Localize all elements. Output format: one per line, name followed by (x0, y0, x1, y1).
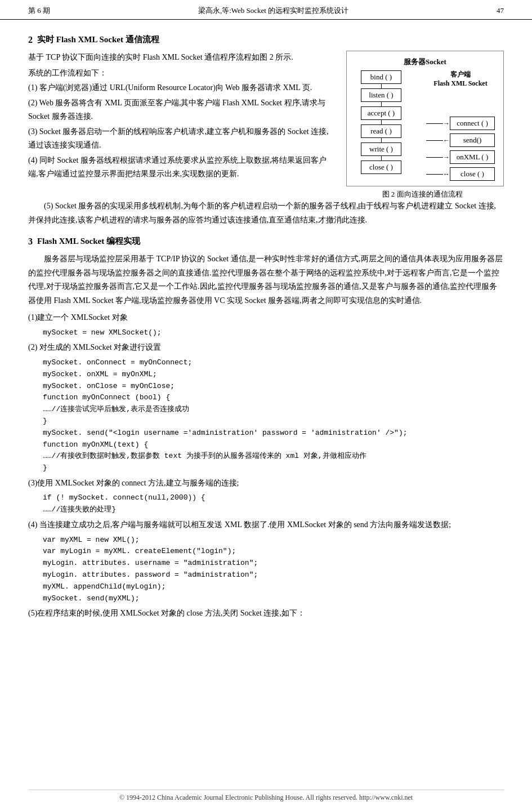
code1-content: mySocket = new XMLSocket(); (43, 327, 504, 339)
flow-accept: accept ( ) (361, 106, 401, 120)
footer-text: © 1994-2012 China Academic Journal Elect… (119, 794, 413, 801)
code4-line-4: myXML. appendChild(myLogin); (43, 581, 504, 593)
code4-line-5: mySocket. send(myXML); (43, 593, 504, 605)
flow-send-row: ← send() (426, 133, 495, 147)
section-3: 3 Flash XML Socket 编程实现 服务器层与现场监控层采用基于 T… (28, 236, 504, 621)
section-3-title: 3 Flash XML Socket 编程实现 (28, 236, 504, 247)
section-2-number: 2 (28, 35, 33, 45)
code3-line-1: ……//连接失败的处理} (43, 504, 504, 516)
flow-write: write ( ) (361, 142, 401, 156)
section-2: 2 实时 Flash XML Socket 通信流程 基于 TCP 协议下面向连… (28, 34, 504, 227)
flow-listen: listen ( ) (361, 88, 401, 102)
code4-block: var myXML = new XML(); var myLogin = myX… (43, 534, 504, 605)
page-footer: © 1994-2012 China Academic Journal Elect… (28, 790, 504, 802)
code2-line-2: mySocket. onClose = myOnClose; (43, 381, 504, 393)
code2-label: (2) 对生成的 XMLSocket 对象进行设置 (28, 341, 504, 355)
page-header: 第 6 期 梁高永,等:Web Socket 的远程实时监控系统设计 47 (0, 0, 532, 20)
flow-connect: connect ( ) (450, 117, 495, 130)
section-2-item2: (2) Web 服务器将含有 XML 页面派至客户端,其中客户端 Flash X… (28, 96, 329, 124)
code1-label: (1)建立一个 XMLSocket 对象 (28, 311, 504, 325)
section-3-heading: Flash XML Socket 编程实现 (37, 236, 140, 247)
diagram-box: 服务器Socket bind ( ) listen ( ) accept ( ) (346, 51, 504, 186)
code4-line-2: myLogin. attributes. username = "adminis… (43, 558, 504, 569)
code4-line-0: var myXML = new XML(); (43, 534, 504, 546)
section-2-para1: 基于 TCP 协议下面向连接的实时 Flash XML Socket 通信程序流… (28, 51, 329, 65)
diagram-client-title: 客户端Flash XML Socket (426, 70, 495, 88)
diagram-server-title: 服务器Socket (355, 57, 495, 67)
diagram-2: 服务器Socket bind ( ) listen ( ) accept ( ) (341, 51, 504, 199)
flow-bind: bind ( ) (361, 70, 401, 84)
code2-block: mySocket. onConnect = myOnConnect; mySoc… (43, 357, 504, 474)
page-content: 2 实时 Flash XML Socket 通信流程 基于 TCP 协议下面向连… (0, 20, 532, 639)
code2-line-3: function myOnConnect (bool) { (43, 392, 504, 404)
code1-line: mySocket = new XMLSocket(); (43, 327, 504, 339)
code4-label: (4) 当连接建立成功之后,客户端与服务端就可以相互发送 XML 数据了.使用 … (28, 518, 504, 532)
flow-send: send() (450, 133, 495, 147)
code3-line-0: if (! mySocket. connect(null,2000)) { (43, 492, 504, 504)
section-2-title: 2 实时 Flash XML Socket 通信流程 (28, 34, 504, 45)
client-area: 客户端Flash XML Socket → connect ( ) (426, 70, 495, 182)
flow-read: read ( ) (361, 124, 401, 138)
section-2-item3: (3) Socket 服务器启动一个新的线程响应客户机请求,建立客户机和服务器的… (28, 125, 329, 153)
server-column: bind ( ) listen ( ) accept ( ) read ( ) … (361, 70, 401, 174)
flow-connect-row: → connect ( ) (426, 117, 495, 130)
section-2-item4: (4) 同时 Socket 服务器线程根据请求通过系统要求从监控系统上取数据,将… (28, 154, 329, 181)
flow-onxml-row: → onXML ( ) (426, 150, 495, 164)
code3-label: (3)使用 XMLSocket 对象的 connect 方法,建立与服务端的连接… (28, 476, 504, 491)
section-2-heading: 实时 Flash XML Socket 通信流程 (37, 34, 159, 45)
code2-line-8: ……//有接收到数据时触发,数据参数 text 为接手到的从服务器端传来的 xm… (43, 451, 504, 462)
section-2-para5: (5) Socket 服务器的实现采用多线程机制,为每个新的客户机进程启动一个新… (28, 199, 504, 227)
code3-block: if (! mySocket. connect(null,2000)) { ……… (43, 492, 504, 516)
code2-line-7: function myOnXML(text) { (43, 439, 504, 451)
flow-close-server: close ( ) (361, 161, 401, 174)
section-2-text: 基于 TCP 协议下面向连接的实时 Flash XML Socket 通信程序流… (28, 51, 329, 182)
code5-label: (5)在程序结束的时候,使用 XMLSocket 对象的 close 方法,关闭… (28, 607, 504, 621)
page: 第 6 期 梁高永,等:Web Socket 的远程实时监控系统设计 47 2 … (0, 0, 532, 811)
diagram-caption: 图 2 面向连接的通信流程 (341, 189, 504, 199)
code2-line-6: mySocket. send("<login username ='admini… (43, 427, 504, 439)
section-3-number: 3 (28, 237, 33, 247)
code4-line-1: var myLogin = myXML. createElement("logi… (43, 546, 504, 558)
code4-line-3: myLogin. attributes. password = "adminis… (43, 569, 504, 581)
code2-line-0: mySocket. onConnect = myOnConnect; (43, 357, 504, 369)
section-3-para1: 服务器层与现场监控层采用基于 TCP/IP 协议的 Socket 通信,是一种实… (28, 252, 504, 308)
code2-line-1: mySocket. onXML = myOnXML; (43, 369, 504, 381)
client-flow: → connect ( ) ← send() (426, 115, 495, 182)
header-center: 梁高永,等:Web Socket 的远程实时监控系统设计 (198, 6, 348, 16)
flow-onxml: onXML ( ) (450, 150, 495, 164)
code2-line-5: } (43, 416, 504, 427)
section-2-item1: (1) 客户端(浏览器)通过 URL(Uniform Resource Loca… (28, 81, 329, 95)
flow-close-client: close ( ) (450, 167, 495, 181)
code2-line-4: ……//连接尝试完毕后触发,表示是否连接成功 (43, 404, 504, 416)
section-2-para2: 系统的工作流程如下： (28, 66, 329, 81)
flow-close-row: ↔ close ( ) (426, 167, 495, 181)
header-right: 47 (497, 6, 504, 15)
code2-line-9: } (43, 462, 504, 474)
header-left: 第 6 期 (28, 6, 50, 16)
